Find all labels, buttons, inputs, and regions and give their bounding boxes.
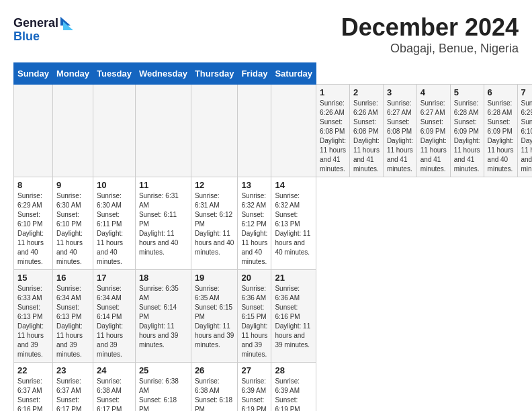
svg-text:General: General	[13, 16, 58, 30]
day-number: 11	[139, 180, 187, 190]
day-number: 21	[275, 273, 312, 283]
day-info: Sunrise: 6:36 AMSunset: 6:16 PMDaylight:…	[275, 284, 312, 350]
day-number: 4	[420, 87, 447, 97]
weekday-header: Tuesday	[93, 63, 136, 85]
day-number: 22	[17, 365, 49, 375]
calendar-cell: 23Sunrise: 6:37 AMSunset: 6:17 PMDayligh…	[52, 363, 93, 412]
calendar-row: 1Sunrise: 6:26 AMSunset: 6:08 PMDaylight…	[14, 85, 533, 177]
weekday-header: Wednesday	[135, 63, 191, 85]
day-number: 28	[275, 365, 312, 375]
day-info: Sunrise: 6:39 AMSunset: 6:19 PMDaylight:…	[275, 377, 312, 411]
day-number: 25	[139, 365, 187, 375]
svg-marker-3	[63, 21, 73, 30]
calendar-cell	[271, 85, 316, 177]
day-info: Sunrise: 6:35 AMSunset: 6:14 PMDaylight:…	[139, 284, 187, 350]
calendar-cell: 7Sunrise: 6:29 AMSunset: 6:10 PMDaylight…	[517, 85, 532, 177]
day-info: Sunrise: 6:28 AMSunset: 6:09 PMDaylight:…	[454, 99, 480, 174]
day-info: Sunrise: 6:34 AMSunset: 6:13 PMDaylight:…	[56, 284, 89, 359]
calendar-cell: 16Sunrise: 6:34 AMSunset: 6:13 PMDayligh…	[52, 270, 93, 363]
calendar-cell: 19Sunrise: 6:35 AMSunset: 6:15 PMDayligh…	[191, 270, 238, 363]
day-info: Sunrise: 6:26 AMSunset: 6:08 PMDaylight:…	[353, 99, 380, 174]
day-number: 15	[17, 273, 49, 283]
day-info: Sunrise: 6:32 AMSunset: 6:13 PMDaylight:…	[275, 191, 312, 257]
day-number: 26	[195, 365, 234, 375]
day-info: Sunrise: 6:31 AMSunset: 6:11 PMDaylight:…	[139, 191, 187, 257]
title-block: December 2024 Obagaji, Benue, Nigeria	[341, 13, 519, 56]
calendar-cell: 14Sunrise: 6:32 AMSunset: 6:13 PMDayligh…	[271, 177, 316, 270]
day-number: 10	[97, 180, 132, 190]
day-info: Sunrise: 6:29 AMSunset: 6:10 PMDaylight:…	[17, 191, 49, 267]
calendar-cell: 4Sunrise: 6:27 AMSunset: 6:09 PMDaylight…	[416, 85, 450, 177]
day-info: Sunrise: 6:33 AMSunset: 6:13 PMDaylight:…	[17, 284, 49, 359]
calendar-cell: 13Sunrise: 6:32 AMSunset: 6:12 PMDayligh…	[238, 177, 271, 270]
day-number: 17	[97, 273, 132, 283]
calendar-cell	[191, 85, 238, 177]
weekday-header: Thursday	[191, 63, 238, 85]
day-info: Sunrise: 6:34 AMSunset: 6:14 PMDaylight:…	[97, 284, 132, 359]
weekday-header: Sunday	[14, 63, 53, 85]
day-info: Sunrise: 6:38 AMSunset: 6:18 PMDaylight:…	[195, 377, 234, 411]
page-header: GeneralBlue December 2024 Obagaji, Benue…	[13, 13, 519, 56]
calendar-cell	[135, 85, 191, 177]
day-info: Sunrise: 6:37 AMSunset: 6:17 PMDaylight:…	[56, 377, 89, 411]
calendar-cell: 3Sunrise: 6:27 AMSunset: 6:08 PMDaylight…	[383, 85, 416, 177]
calendar-cell	[52, 85, 93, 177]
day-number: 16	[56, 273, 89, 283]
calendar-cell: 24Sunrise: 6:38 AMSunset: 6:17 PMDayligh…	[93, 363, 136, 412]
calendar-cell: 1Sunrise: 6:26 AMSunset: 6:08 PMDaylight…	[316, 85, 350, 177]
calendar-row: 8Sunrise: 6:29 AMSunset: 6:10 PMDaylight…	[14, 177, 533, 270]
svg-text:Blue: Blue	[13, 30, 40, 43]
day-info: Sunrise: 6:30 AMSunset: 6:11 PMDaylight:…	[97, 191, 132, 267]
day-number: 3	[387, 87, 413, 97]
day-info: Sunrise: 6:26 AMSunset: 6:08 PMDaylight:…	[320, 99, 346, 174]
weekday-header: Saturday	[271, 63, 316, 85]
calendar-cell: 27Sunrise: 6:39 AMSunset: 6:19 PMDayligh…	[238, 363, 271, 412]
day-number: 5	[454, 87, 480, 97]
day-number: 27	[241, 365, 267, 375]
day-number: 14	[275, 180, 312, 190]
day-number: 13	[241, 180, 267, 190]
day-info: Sunrise: 6:30 AMSunset: 6:10 PMDaylight:…	[56, 191, 89, 267]
day-info: Sunrise: 6:27 AMSunset: 6:09 PMDaylight:…	[420, 99, 447, 174]
calendar-cell: 5Sunrise: 6:28 AMSunset: 6:09 PMDaylight…	[450, 85, 484, 177]
calendar-row: 15Sunrise: 6:33 AMSunset: 6:13 PMDayligh…	[14, 270, 533, 363]
calendar-cell: 15Sunrise: 6:33 AMSunset: 6:13 PMDayligh…	[14, 270, 53, 363]
page-title: December 2024	[341, 13, 519, 42]
day-number: 23	[56, 365, 89, 375]
day-number: 20	[241, 273, 267, 283]
day-number: 1	[320, 87, 346, 97]
day-info: Sunrise: 6:31 AMSunset: 6:12 PMDaylight:…	[195, 191, 234, 257]
day-info: Sunrise: 6:28 AMSunset: 6:09 PMDaylight:…	[488, 99, 514, 174]
day-info: Sunrise: 6:29 AMSunset: 6:10 PMDaylight:…	[521, 99, 533, 174]
calendar-cell: 8Sunrise: 6:29 AMSunset: 6:10 PMDaylight…	[14, 177, 53, 270]
calendar-cell	[14, 85, 53, 177]
calendar-cell: 26Sunrise: 6:38 AMSunset: 6:18 PMDayligh…	[191, 363, 238, 412]
calendar-cell: 10Sunrise: 6:30 AMSunset: 6:11 PMDayligh…	[93, 177, 136, 270]
day-number: 9	[56, 180, 89, 190]
logo-icon: GeneralBlue	[13, 13, 74, 44]
day-number: 6	[488, 87, 514, 97]
day-number: 8	[17, 180, 49, 190]
weekday-header: Monday	[52, 63, 93, 85]
calendar-cell: 21Sunrise: 6:36 AMSunset: 6:16 PMDayligh…	[271, 270, 316, 363]
calendar-cell: 2Sunrise: 6:26 AMSunset: 6:08 PMDaylight…	[349, 85, 383, 177]
day-number: 18	[139, 273, 187, 283]
weekday-header: Friday	[238, 63, 271, 85]
calendar-cell: 12Sunrise: 6:31 AMSunset: 6:12 PMDayligh…	[191, 177, 238, 270]
day-info: Sunrise: 6:35 AMSunset: 6:15 PMDaylight:…	[195, 284, 234, 350]
calendar-cell: 11Sunrise: 6:31 AMSunset: 6:11 PMDayligh…	[135, 177, 191, 270]
calendar-cell: 18Sunrise: 6:35 AMSunset: 6:14 PMDayligh…	[135, 270, 191, 363]
calendar-cell: 6Sunrise: 6:28 AMSunset: 6:09 PMDaylight…	[484, 85, 517, 177]
day-info: Sunrise: 6:27 AMSunset: 6:08 PMDaylight:…	[387, 99, 413, 174]
day-number: 7	[521, 87, 533, 97]
day-number: 19	[195, 273, 234, 283]
day-number: 24	[97, 365, 132, 375]
page-subtitle: Obagaji, Benue, Nigeria	[341, 42, 519, 56]
day-info: Sunrise: 6:38 AMSunset: 6:17 PMDaylight:…	[97, 377, 132, 411]
calendar-cell: 9Sunrise: 6:30 AMSunset: 6:10 PMDaylight…	[52, 177, 93, 270]
logo: GeneralBlue	[13, 13, 74, 44]
day-info: Sunrise: 6:38 AMSunset: 6:18 PMDaylight:…	[139, 377, 187, 411]
calendar-cell: 20Sunrise: 6:36 AMSunset: 6:15 PMDayligh…	[238, 270, 271, 363]
calendar-cell: 25Sunrise: 6:38 AMSunset: 6:18 PMDayligh…	[135, 363, 191, 412]
calendar-cell	[93, 85, 136, 177]
